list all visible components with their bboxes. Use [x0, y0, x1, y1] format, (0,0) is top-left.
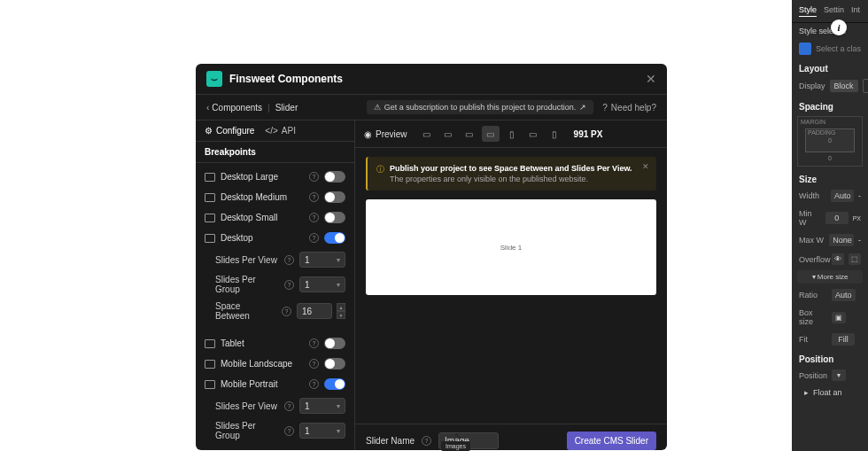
toggle-mobile-landscape[interactable]: [324, 358, 345, 369]
hover-tooltip: Images: [441, 441, 470, 451]
section-position: Position: [792, 349, 868, 366]
toggle-tablet[interactable]: [324, 338, 345, 349]
section-spacing: Spacing: [792, 97, 868, 113]
more-size-toggle[interactable]: ▾ More size: [797, 270, 863, 284]
device-desktop-xl-icon[interactable]: ▭: [418, 126, 436, 142]
alert-title: Publish your project to see Space Betwee…: [390, 164, 632, 173]
slides-per-group-select-mp[interactable]: 1▾: [299, 423, 345, 439]
slides-per-view-select[interactable]: 1▾: [299, 252, 345, 268]
width-value[interactable]: Auto: [831, 190, 854, 202]
create-cms-slider-button[interactable]: Create CMS Slider: [567, 432, 656, 450]
maxw-label: Max W: [799, 236, 825, 245]
help-icon[interactable]: ?: [309, 192, 319, 202]
space-between-stepper[interactable]: ▲▼: [337, 303, 345, 319]
display-block-button[interactable]: Block: [830, 80, 858, 92]
toggle-desktop-large[interactable]: [324, 171, 345, 183]
toggle-desktop-medium[interactable]: [324, 191, 345, 203]
device-desktop-l-icon[interactable]: ▭: [439, 126, 457, 142]
device-tablet-icon[interactable]: ▯: [503, 126, 521, 142]
tab-configure[interactable]: ⚙ Configure: [205, 126, 254, 136]
breadcrumb-slider[interactable]: Slider: [275, 103, 298, 113]
chevron-down-icon: ▾: [337, 427, 340, 435]
box-sizing-icon[interactable]: ▣: [832, 312, 846, 323]
help-icon[interactable]: ?: [284, 255, 294, 265]
publish-alert: ⓘ Publish your project to see Space Betw…: [366, 157, 656, 191]
section-breakpoints: Breakpoints: [196, 142, 354, 163]
toggle-desktop-small[interactable]: [324, 212, 345, 223]
section-size: Size: [792, 169, 868, 186]
display-flex-button[interactable]: Fle: [863, 79, 868, 93]
minw-value[interactable]: 0: [825, 212, 849, 224]
spacing-editor[interactable]: MARGIN PADDING0 0: [797, 116, 863, 167]
padding-value[interactable]: 0: [828, 137, 832, 144]
help-icon[interactable]: ?: [309, 233, 319, 243]
breadcrumb-separator: |: [267, 103, 270, 113]
margin-label: MARGIN: [801, 119, 825, 125]
finsweet-modal: ⌣ Finsweet Components ✕ ‹ Components | S…: [196, 64, 667, 450]
modal-subheader: ‹ Components | Slider ⚠ Get a subscripti…: [196, 95, 667, 121]
device-desktop-m-icon[interactable]: ▭: [461, 126, 478, 142]
preview-panel: ◉Preview ▭ ▭ ▭ ▭ ▯ ▭ ▯ 991 PX ⓘ Publish …: [355, 121, 667, 450]
slide-preview: Slide 1: [366, 199, 656, 295]
breadcrumb-back-icon[interactable]: ‹: [206, 103, 209, 113]
position-select[interactable]: ▾: [832, 369, 846, 381]
selector-input[interactable]: Select a class o: [816, 44, 861, 53]
help-icon[interactable]: ?: [309, 359, 319, 369]
help-icon[interactable]: ?: [284, 280, 294, 290]
fit-label: Fit: [799, 335, 827, 344]
tab-api[interactable]: </> API: [265, 126, 296, 136]
float-row-chevron-icon[interactable]: ▸: [804, 388, 809, 397]
chevron-down-icon: ▾: [337, 281, 340, 289]
overflow-label: Overflow: [799, 255, 827, 264]
style-panel: Style Settin Int Style selector Select a…: [792, 0, 868, 451]
slider-name-label: Slider Name: [366, 436, 415, 446]
bp-mobile-landscape: Mobile Landscape?: [196, 354, 354, 374]
overflow-visible-icon[interactable]: 👁: [832, 253, 844, 265]
help-icon[interactable]: ?: [282, 307, 291, 316]
tab-settings[interactable]: Settin: [824, 5, 844, 17]
close-icon[interactable]: ✕: [646, 72, 656, 86]
tab-interactions[interactable]: Int: [851, 5, 860, 17]
toggle-desktop[interactable]: [324, 232, 345, 244]
need-help-link[interactable]: ? Need help?: [602, 103, 656, 113]
bp-desktop-medium: Desktop Medium?: [196, 187, 354, 207]
fit-value[interactable]: Fill: [832, 333, 855, 346]
chevron-down-icon: ▾: [337, 256, 340, 264]
maxw-value[interactable]: None: [829, 234, 854, 246]
preview-label: ◉Preview: [364, 129, 407, 139]
ratio-label: Ratio: [799, 291, 827, 299]
bp-mobile-portrait: Mobile Portrait?: [196, 374, 354, 394]
overflow-hidden-icon[interactable]: ⬚: [849, 253, 861, 265]
unit-px[interactable]: PX: [853, 215, 861, 222]
device-mobile-landscape-icon[interactable]: ▭: [524, 126, 542, 142]
alert-close-icon[interactable]: ✕: [642, 162, 649, 171]
code-icon: </>: [265, 126, 277, 136]
slides-per-view-label: Slides Per View: [215, 255, 279, 265]
help-icon[interactable]: ?: [284, 426, 294, 436]
margin-value[interactable]: 0: [828, 155, 832, 161]
device-mobile-portrait-icon[interactable]: ▯: [546, 126, 563, 142]
slides-per-group-select[interactable]: 1▾: [299, 276, 345, 292]
device-desktop-icon[interactable]: ▭: [482, 126, 500, 142]
selector-tag-icon[interactable]: [799, 43, 811, 55]
chevron-down-icon: ▾: [337, 402, 340, 410]
slides-per-view-select-mp[interactable]: 1▾: [299, 398, 345, 414]
eye-icon: ◉: [364, 129, 372, 139]
info-badge-icon[interactable]: i: [831, 19, 847, 35]
help-icon[interactable]: ?: [309, 213, 319, 222]
slides-per-group-label: Slides Per Group: [215, 421, 279, 440]
help-icon[interactable]: ?: [284, 401, 294, 411]
padding-label: PADDING: [808, 129, 835, 136]
help-icon[interactable]: ?: [309, 172, 319, 182]
publish-banner[interactable]: ⚠ Get a subscription to publish this pro…: [367, 100, 594, 114]
tab-style[interactable]: Style: [799, 5, 817, 17]
bp-desktop: Desktop?: [196, 228, 354, 248]
width-label: Width: [799, 191, 826, 200]
help-icon[interactable]: ?: [422, 436, 431, 446]
space-between-input[interactable]: 16: [297, 303, 332, 319]
help-icon[interactable]: ?: [309, 338, 319, 348]
help-icon[interactable]: ?: [309, 379, 319, 389]
toggle-mobile-portrait[interactable]: [324, 378, 345, 390]
breadcrumb-components[interactable]: Components: [212, 103, 262, 113]
ratio-value[interactable]: Auto: [832, 289, 856, 301]
